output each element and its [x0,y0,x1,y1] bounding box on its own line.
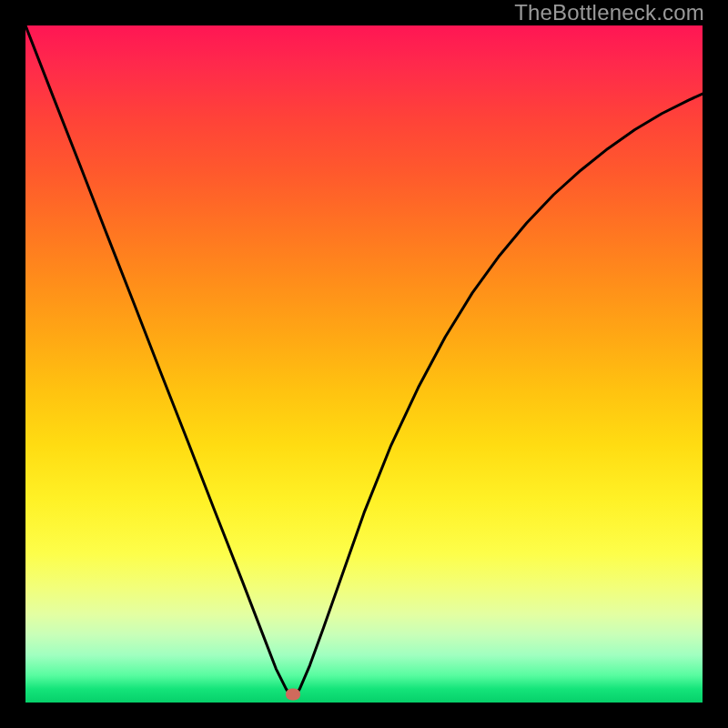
bottleneck-curve [25,25,703,699]
curve-layer [25,25,703,703]
plot-area [25,25,703,703]
chart-frame: TheBottleneck.com [0,0,728,728]
watermark-text: TheBottleneck.com [514,0,704,25]
minimum-marker [286,689,300,701]
